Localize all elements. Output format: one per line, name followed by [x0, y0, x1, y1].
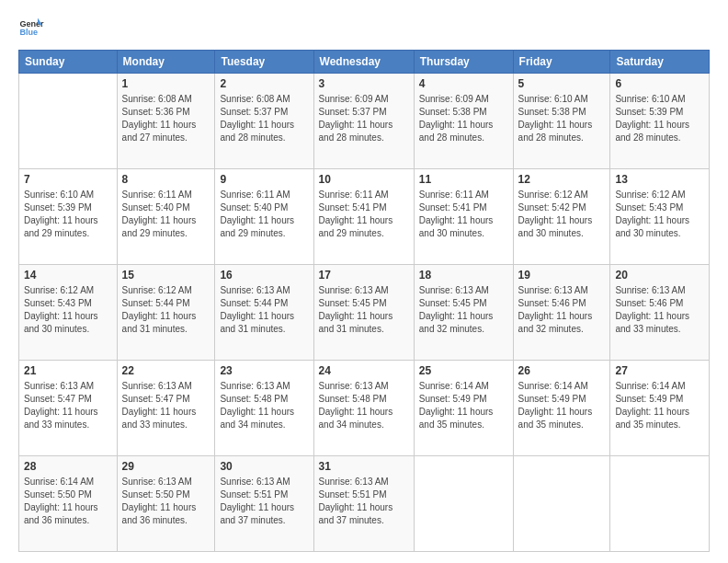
day-number: 9: [220, 173, 308, 186]
calendar-week-5: 28 Sunrise: 6:14 AMSunset: 5:50 PMDaylig…: [19, 456, 710, 552]
weekday-header-thursday: Thursday: [414, 51, 513, 74]
day-number: 10: [319, 173, 409, 186]
calendar-cell: 1 Sunrise: 6:08 AMSunset: 5:36 PMDayligh…: [117, 74, 215, 169]
calendar-cell: 18 Sunrise: 6:13 AMSunset: 5:45 PMDaylig…: [414, 265, 513, 361]
calendar-cell: [414, 456, 513, 552]
day-info: Sunrise: 6:08 AMSunset: 5:37 PMDaylight:…: [220, 93, 308, 144]
day-info: Sunrise: 6:14 AMSunset: 5:49 PMDaylight:…: [419, 380, 508, 431]
weekday-header-saturday: Saturday: [610, 51, 710, 74]
day-info: Sunrise: 6:12 AMSunset: 5:44 PMDaylight:…: [122, 284, 210, 336]
calendar-cell: 24 Sunrise: 6:13 AMSunset: 5:48 PMDaylig…: [313, 361, 414, 456]
calendar-week-1: 1 Sunrise: 6:08 AMSunset: 5:36 PMDayligh…: [19, 74, 710, 169]
day-number: 27: [615, 364, 704, 377]
day-info: Sunrise: 6:10 AMSunset: 5:38 PMDaylight:…: [518, 93, 606, 144]
day-info: Sunrise: 6:13 AMSunset: 5:48 PMDaylight:…: [220, 380, 308, 431]
calendar-cell: 15 Sunrise: 6:12 AMSunset: 5:44 PMDaylig…: [117, 265, 215, 361]
day-info: Sunrise: 6:14 AMSunset: 5:49 PMDaylight:…: [518, 380, 606, 431]
calendar-cell: 31 Sunrise: 6:13 AMSunset: 5:51 PMDaylig…: [313, 456, 414, 552]
day-info: Sunrise: 6:10 AMSunset: 5:39 PMDaylight:…: [615, 93, 704, 144]
day-number: 7: [24, 173, 112, 186]
day-number: 18: [419, 269, 508, 282]
day-number: 31: [319, 460, 409, 473]
day-info: Sunrise: 6:13 AMSunset: 5:45 PMDaylight:…: [319, 284, 409, 336]
day-number: 29: [122, 460, 210, 473]
calendar-cell: 4 Sunrise: 6:09 AMSunset: 5:38 PMDayligh…: [414, 74, 513, 169]
day-info: Sunrise: 6:11 AMSunset: 5:40 PMDaylight:…: [122, 189, 210, 240]
day-info: Sunrise: 6:13 AMSunset: 5:45 PMDaylight:…: [419, 284, 508, 336]
calendar-cell: 13 Sunrise: 6:12 AMSunset: 5:43 PMDaylig…: [610, 169, 710, 265]
day-number: 26: [518, 364, 606, 377]
calendar-cell: 9 Sunrise: 6:11 AMSunset: 5:40 PMDayligh…: [215, 169, 313, 265]
day-number: 8: [122, 173, 210, 186]
day-info: Sunrise: 6:13 AMSunset: 5:51 PMDaylight:…: [319, 476, 409, 527]
day-number: 21: [24, 364, 112, 377]
day-number: 14: [24, 269, 112, 282]
day-info: Sunrise: 6:13 AMSunset: 5:48 PMDaylight:…: [319, 380, 409, 431]
day-number: 25: [419, 364, 508, 377]
day-number: 23: [220, 364, 308, 377]
calendar-cell: 25 Sunrise: 6:14 AMSunset: 5:49 PMDaylig…: [414, 361, 513, 456]
day-info: Sunrise: 6:13 AMSunset: 5:47 PMDaylight:…: [122, 380, 210, 431]
day-number: 13: [615, 173, 704, 186]
calendar-cell: 20 Sunrise: 6:13 AMSunset: 5:46 PMDaylig…: [610, 265, 710, 361]
day-info: Sunrise: 6:08 AMSunset: 5:36 PMDaylight:…: [122, 93, 210, 144]
calendar-cell: 26 Sunrise: 6:14 AMSunset: 5:49 PMDaylig…: [513, 361, 610, 456]
day-info: Sunrise: 6:13 AMSunset: 5:50 PMDaylight:…: [122, 476, 210, 527]
logo-icon: General Blue: [18, 15, 44, 40]
day-info: Sunrise: 6:09 AMSunset: 5:37 PMDaylight:…: [319, 93, 409, 144]
day-number: 3: [319, 77, 409, 90]
calendar-week-2: 7 Sunrise: 6:10 AMSunset: 5:39 PMDayligh…: [19, 169, 710, 265]
svg-text:Blue: Blue: [19, 28, 38, 37]
page: General Blue SundayMondayTuesdayWednesda…: [0, 0, 728, 563]
calendar-cell: 14 Sunrise: 6:12 AMSunset: 5:43 PMDaylig…: [19, 265, 118, 361]
day-info: Sunrise: 6:09 AMSunset: 5:38 PMDaylight:…: [419, 93, 508, 144]
calendar-header-row: SundayMondayTuesdayWednesdayThursdayFrid…: [19, 51, 710, 74]
logo: General Blue: [18, 15, 48, 40]
calendar-cell: 19 Sunrise: 6:13 AMSunset: 5:46 PMDaylig…: [513, 265, 610, 361]
calendar-cell: 30 Sunrise: 6:13 AMSunset: 5:51 PMDaylig…: [215, 456, 313, 552]
day-info: Sunrise: 6:13 AMSunset: 5:44 PMDaylight:…: [220, 284, 308, 336]
weekday-header-wednesday: Wednesday: [313, 51, 414, 74]
day-info: Sunrise: 6:13 AMSunset: 5:46 PMDaylight:…: [518, 284, 606, 336]
day-number: 17: [319, 269, 409, 282]
day-number: 15: [122, 269, 210, 282]
day-number: 16: [220, 269, 308, 282]
calendar-cell: 21 Sunrise: 6:13 AMSunset: 5:47 PMDaylig…: [19, 361, 118, 456]
calendar-cell: [513, 456, 610, 552]
day-number: 4: [419, 77, 508, 90]
day-number: 30: [220, 460, 308, 473]
calendar-week-3: 14 Sunrise: 6:12 AMSunset: 5:43 PMDaylig…: [19, 265, 710, 361]
weekday-header-monday: Monday: [117, 51, 215, 74]
calendar-cell: 2 Sunrise: 6:08 AMSunset: 5:37 PMDayligh…: [215, 74, 313, 169]
calendar-cell: 23 Sunrise: 6:13 AMSunset: 5:48 PMDaylig…: [215, 361, 313, 456]
day-number: 5: [518, 77, 606, 90]
calendar-week-4: 21 Sunrise: 6:13 AMSunset: 5:47 PMDaylig…: [19, 361, 710, 456]
calendar-cell: 5 Sunrise: 6:10 AMSunset: 5:38 PMDayligh…: [513, 74, 610, 169]
calendar-cell: [19, 74, 118, 169]
weekday-header-friday: Friday: [513, 51, 610, 74]
day-number: 12: [518, 173, 606, 186]
weekday-header-sunday: Sunday: [19, 51, 118, 74]
day-number: 6: [615, 77, 704, 90]
day-info: Sunrise: 6:10 AMSunset: 5:39 PMDaylight:…: [24, 189, 112, 240]
calendar-cell: 12 Sunrise: 6:12 AMSunset: 5:42 PMDaylig…: [513, 169, 610, 265]
day-info: Sunrise: 6:13 AMSunset: 5:51 PMDaylight:…: [220, 476, 308, 527]
day-info: Sunrise: 6:14 AMSunset: 5:50 PMDaylight:…: [24, 476, 112, 527]
weekday-header-tuesday: Tuesday: [215, 51, 313, 74]
calendar-cell: 27 Sunrise: 6:14 AMSunset: 5:49 PMDaylig…: [610, 361, 710, 456]
calendar-cell: 16 Sunrise: 6:13 AMSunset: 5:44 PMDaylig…: [215, 265, 313, 361]
calendar-cell: [610, 456, 710, 552]
day-number: 24: [319, 364, 409, 377]
day-number: 1: [122, 77, 210, 90]
day-info: Sunrise: 6:12 AMSunset: 5:42 PMDaylight:…: [518, 189, 606, 240]
day-info: Sunrise: 6:12 AMSunset: 5:43 PMDaylight:…: [24, 284, 112, 336]
day-info: Sunrise: 6:13 AMSunset: 5:47 PMDaylight:…: [24, 380, 112, 431]
day-info: Sunrise: 6:12 AMSunset: 5:43 PMDaylight:…: [615, 189, 704, 240]
calendar-cell: 11 Sunrise: 6:11 AMSunset: 5:41 PMDaylig…: [414, 169, 513, 265]
calendar-cell: 22 Sunrise: 6:13 AMSunset: 5:47 PMDaylig…: [117, 361, 215, 456]
calendar-cell: 17 Sunrise: 6:13 AMSunset: 5:45 PMDaylig…: [313, 265, 414, 361]
calendar-cell: 3 Sunrise: 6:09 AMSunset: 5:37 PMDayligh…: [313, 74, 414, 169]
day-number: 22: [122, 364, 210, 377]
calendar-cell: 8 Sunrise: 6:11 AMSunset: 5:40 PMDayligh…: [117, 169, 215, 265]
day-info: Sunrise: 6:14 AMSunset: 5:49 PMDaylight:…: [615, 380, 704, 431]
